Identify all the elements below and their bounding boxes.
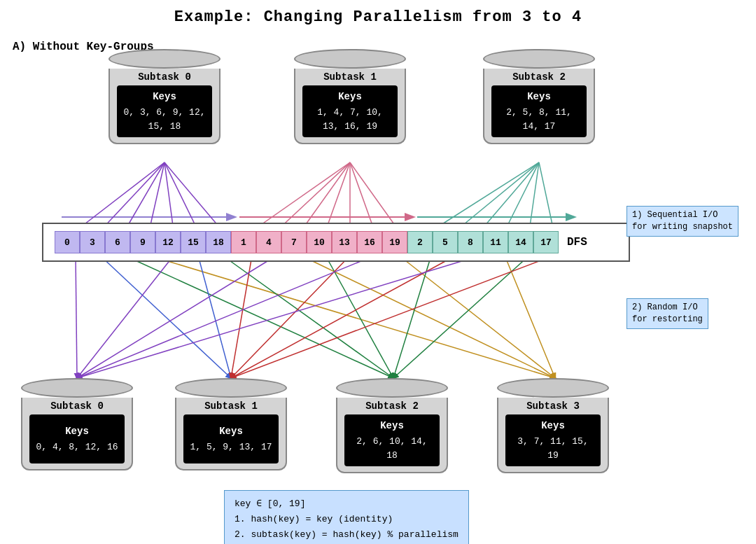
- svg-line-8: [164, 162, 198, 231]
- dfs-cell: 16: [357, 231, 382, 253]
- page-title: Example: Changing Parallelism from 3 to …: [0, 0, 756, 26]
- svg-line-27: [77, 256, 174, 378]
- svg-line-34: [231, 256, 350, 378]
- keys-title: Keys: [153, 90, 176, 104]
- cylinder-keys-box: Keys2, 5, 8, 11, 14, 17: [491, 85, 587, 137]
- svg-line-4: [100, 162, 164, 231]
- svg-line-29: [223, 256, 393, 378]
- svg-line-16: [350, 162, 399, 231]
- dfs-cell: 15: [181, 231, 206, 253]
- svg-line-13: [326, 162, 350, 231]
- cylinder-label: Subtask 1: [323, 71, 377, 83]
- svg-line-23: [76, 256, 77, 378]
- keys-title: Keys: [338, 90, 362, 104]
- dfs-cell: 6: [105, 231, 130, 253]
- dfs-cell: 8: [458, 231, 483, 253]
- svg-line-28: [198, 256, 231, 378]
- info-box: key ∈ [0, 19] 1. hash(key) = key (identi…: [224, 490, 469, 544]
- svg-line-40: [505, 256, 555, 378]
- svg-line-15: [350, 162, 374, 231]
- keys-values: 1, 4, 7, 10, 13, 16, 19: [317, 106, 383, 133]
- dfs-container: 0369121518 14710131619 258111417 DFS: [42, 223, 630, 262]
- annotation-1: 1) Sequential I/O for writing snapshot: [626, 206, 738, 237]
- dfs-cell: 11: [483, 231, 508, 253]
- svg-line-17: [431, 162, 539, 231]
- cylinder-subtask-subtask2: Subtask 2Keys2, 6, 10, 14, 18: [336, 378, 448, 473]
- keys-values: 1, 5, 9, 13, 17: [190, 440, 272, 454]
- svg-line-38: [231, 256, 456, 378]
- keys-values: 0, 4, 8, 12, 16: [36, 440, 118, 454]
- dfs-cell: 7: [281, 231, 307, 253]
- svg-line-5: [125, 162, 164, 231]
- svg-line-37: [393, 256, 431, 378]
- svg-line-19: [480, 162, 539, 231]
- svg-line-6: [149, 162, 164, 231]
- dfs-cell: 19: [382, 231, 407, 253]
- dfs-cell: 1: [231, 231, 256, 253]
- svg-line-42: [231, 256, 554, 378]
- keys-title: Keys: [527, 90, 551, 104]
- cylinder-label: Subtask 3: [526, 400, 580, 412]
- svg-line-32: [301, 256, 555, 378]
- dfs-cell: 18: [206, 231, 231, 253]
- dfs-cell: 10: [307, 231, 332, 253]
- cylinder-keys-box: Keys3, 7, 11, 15, 19: [505, 414, 601, 466]
- dfs-cell: 14: [508, 231, 533, 253]
- cylinder-keys-box: Keys2, 6, 10, 14, 18: [344, 414, 440, 466]
- cylinder-keys-box: Keys1, 5, 9, 13, 17: [183, 414, 279, 463]
- dfs-label: DFS: [567, 236, 587, 249]
- dfs-cell: 0: [55, 231, 80, 253]
- keys-values: 2, 5, 8, 11, 14, 17: [506, 106, 572, 133]
- svg-line-18: [456, 162, 539, 231]
- dfs-cell: 5: [433, 231, 458, 253]
- dfs-cell: 17: [533, 231, 559, 253]
- svg-line-3: [76, 162, 164, 231]
- svg-line-31: [77, 256, 276, 378]
- dfs-group-3: 258111417: [407, 231, 559, 253]
- dfs-cell: 4: [256, 231, 281, 253]
- svg-line-33: [326, 256, 393, 378]
- svg-line-35: [77, 256, 374, 378]
- keys-title: Keys: [380, 419, 404, 433]
- dfs-cell: 12: [155, 231, 181, 253]
- svg-line-30: [231, 256, 252, 378]
- cylinder-label: Subtask 2: [365, 400, 419, 412]
- svg-line-7: [164, 162, 174, 231]
- cylinder-keys-box: Keys1, 4, 7, 10, 13, 16, 19: [302, 85, 398, 137]
- svg-line-36: [399, 256, 555, 378]
- svg-line-39: [77, 256, 480, 378]
- dfs-row: 0369121518 14710131619 258111417 DFS: [55, 231, 617, 253]
- keys-title: Keys: [541, 419, 565, 433]
- annotation-2: 2) Random I/O for restorting: [626, 298, 708, 329]
- cylinder-subtask-subtask3: Subtask 3Keys3, 7, 11, 15, 19: [497, 378, 609, 473]
- keys-title: Keys: [219, 424, 243, 439]
- cylinder-subtask-subtask1: Subtask 1Keys1, 4, 7, 10, 13, 16, 19: [294, 49, 406, 144]
- svg-line-9: [164, 162, 223, 231]
- keys-values: 0, 3, 6, 9, 12, 15, 18: [123, 106, 205, 133]
- keys-title: Keys: [65, 424, 89, 439]
- dfs-cell: 9: [130, 231, 155, 253]
- cylinder-label: Subtask 2: [512, 71, 566, 83]
- keys-values: 2, 6, 10, 14, 18: [356, 435, 427, 462]
- svg-line-25: [125, 256, 393, 378]
- svg-line-22: [539, 162, 554, 231]
- dfs-group-1: 0369121518: [55, 231, 231, 253]
- cylinder-label: Subtask 0: [50, 400, 104, 412]
- svg-line-11: [276, 162, 350, 231]
- svg-line-10: [252, 162, 350, 231]
- svg-line-26: [149, 256, 555, 378]
- svg-line-12: [301, 162, 350, 231]
- dfs-group-2: 14710131619: [231, 231, 407, 253]
- cylinder-label: Subtask 1: [204, 400, 258, 412]
- svg-line-20: [505, 162, 539, 231]
- dfs-cell: 13: [332, 231, 357, 253]
- cylinder-subtask-subtask2: Subtask 2Keys2, 5, 8, 11, 14, 17: [483, 49, 595, 144]
- dfs-cell: 3: [80, 231, 105, 253]
- svg-line-41: [393, 256, 529, 378]
- cylinder-keys-box: Keys0, 4, 8, 12, 16: [29, 414, 125, 463]
- cylinder-label: Subtask 0: [138, 71, 191, 83]
- cylinder-subtask-subtask1: Subtask 1Keys1, 5, 9, 13, 17: [175, 378, 287, 470]
- svg-line-24: [100, 256, 231, 378]
- cylinder-subtask-subtask0: Subtask 0Keys0, 3, 6, 9, 12, 15, 18: [108, 49, 220, 144]
- cylinder-keys-box: Keys0, 3, 6, 9, 12, 15, 18: [117, 85, 212, 137]
